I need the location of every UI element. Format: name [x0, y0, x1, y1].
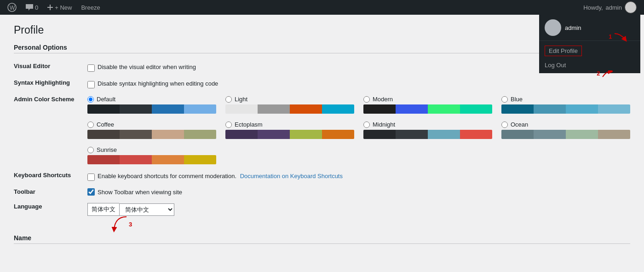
keyboard-shortcuts-doc-link[interactable]: Documentation on Keyboard Shortcuts: [240, 173, 343, 179]
section-heading: Personal Options: [14, 44, 630, 53]
color-scheme-grid: DefaultLightModernBlueCoffeeEctoplasmMid…: [87, 96, 630, 164]
toolbar-checkbox[interactable]: [87, 188, 95, 196]
syntax-highlighting-checkbox-label[interactable]: Disable syntax highlighting when editing…: [98, 80, 218, 87]
keyboard-shortcuts-checkbox[interactable]: [87, 174, 95, 181]
name-row: Name: [14, 220, 630, 253]
wp-logo[interactable]: W: [4, 0, 20, 15]
breeze-menu[interactable]: Breeze: [77, 0, 104, 15]
color-scheme-name-blue: Blue: [511, 96, 523, 103]
color-scheme-modern[interactable]: Modern: [363, 96, 492, 114]
color-scheme-radio-modern[interactable]: [363, 96, 370, 103]
syntax-highlighting-value: Disable syntax highlighting when editing…: [87, 75, 630, 92]
color-scheme-ocean[interactable]: Ocean: [501, 121, 630, 139]
color-scheme-name-ectoplasm: Ectoplasm: [235, 121, 263, 128]
toolbar-checkbox-wrapper: Show Toolbar when viewing site: [87, 188, 630, 196]
edit-profile-link[interactable]: Edit Profile: [545, 46, 582, 56]
avatar: [625, 1, 637, 13]
keyboard-shortcuts-label: Keyboard Shortcuts: [14, 168, 87, 185]
annotation-1: 1: [609, 33, 627, 42]
annotation-2: 2: [597, 70, 613, 78]
color-swatch-light: [225, 104, 354, 114]
comment-count[interactable]: 0: [22, 0, 42, 15]
username-label: admin: [606, 4, 622, 11]
svg-text:W: W: [10, 5, 15, 11]
color-swatch-sunrise: [87, 155, 216, 164]
page-title: Profile: [14, 24, 630, 36]
color-scheme-blue[interactable]: Blue: [501, 96, 630, 114]
keyboard-shortcuts-row: Keyboard Shortcuts Enable keyboard short…: [14, 168, 630, 185]
color-scheme-name-default: Default: [97, 96, 115, 103]
settings-table: Visual Editor Disable the visual editor …: [14, 59, 630, 253]
language-current-value: 简体中文: [87, 203, 119, 216]
language-label: Language: [14, 199, 87, 220]
color-swatch-default: [87, 104, 216, 114]
syntax-highlighting-checkbox-wrapper: Disable syntax highlighting when editing…: [87, 80, 630, 88]
color-scheme-name-ocean: Ocean: [511, 121, 528, 128]
color-scheme-ectoplasm[interactable]: Ectoplasm: [225, 121, 354, 139]
toolbar-row: Toolbar Show Toolbar when viewing site: [14, 185, 630, 199]
color-scheme-radio-sunrise[interactable]: [87, 147, 94, 153]
user-dropdown: admin Edit Profile 1: [539, 15, 640, 73]
annotation-3: 3: [110, 216, 132, 232]
color-swatch-coffee: [87, 130, 216, 139]
dropdown-links: Edit Profile 1 Log Out: [539, 41, 640, 73]
dropdown-username-text: admin: [565, 24, 581, 31]
adminbar-right: Howdy, admin admin Edit Profile: [580, 0, 640, 15]
color-scheme-name-coffee: Coffee: [97, 121, 114, 128]
adminbar-left: W 0 + New Breeze: [4, 0, 104, 15]
color-swatch-ocean: [501, 130, 630, 139]
color-scheme-name-sunrise: Sunrise: [97, 146, 117, 153]
new-button[interactable]: + New: [44, 0, 75, 15]
howdy-button[interactable]: Howdy, admin: [580, 0, 640, 15]
toolbar-label: Toolbar: [14, 185, 87, 199]
admin-bar: W 0 + New Breeze Howdy, admin: [0, 0, 644, 15]
keyboard-shortcuts-checkbox-label: Enable keyboard shortcuts for comment mo…: [98, 173, 343, 179]
color-scheme-default[interactable]: Default: [87, 96, 216, 114]
color-scheme-name-modern: Modern: [373, 96, 393, 103]
syntax-highlighting-checkbox[interactable]: [87, 81, 95, 88]
language-select-container: 简体中文 简体中文 English: [87, 203, 174, 216]
color-scheme-midnight[interactable]: Midnight: [363, 121, 492, 139]
color-scheme-radio-coffee[interactable]: [87, 122, 94, 128]
color-scheme-radio-ectoplasm[interactable]: [225, 122, 232, 128]
color-swatch-ectoplasm: [225, 130, 354, 139]
color-scheme-name-light: Light: [235, 96, 247, 103]
color-swatch-blue: [501, 104, 630, 114]
color-scheme-coffee[interactable]: Coffee: [87, 121, 216, 139]
color-scheme-radio-blue[interactable]: [501, 96, 508, 103]
color-scheme-radio-default[interactable]: [87, 96, 94, 103]
toolbar-checkbox-label[interactable]: Show Toolbar when viewing site: [98, 189, 182, 196]
visual-editor-label: Visual Editor: [14, 59, 87, 75]
color-scheme-radio-ocean[interactable]: [501, 122, 508, 128]
language-row: Language 简体中文 简体中文 English: [14, 199, 630, 220]
toolbar-value: Show Toolbar when viewing site: [87, 185, 630, 199]
visual-editor-row: Visual Editor Disable the visual editor …: [14, 59, 630, 75]
name-section-title: Name: [14, 234, 630, 244]
color-scheme-light[interactable]: Light: [225, 96, 354, 114]
keyboard-shortcuts-value: Enable keyboard shortcuts for comment mo…: [87, 168, 630, 185]
visual-editor-checkbox[interactable]: [87, 64, 95, 72]
language-select[interactable]: 简体中文 English: [119, 203, 174, 216]
color-swatch-modern: [363, 104, 492, 114]
language-value: 简体中文 简体中文 English: [87, 199, 630, 220]
color-scheme-name-midnight: Midnight: [373, 121, 395, 128]
color-scheme-sunrise[interactable]: Sunrise: [87, 146, 216, 164]
color-scheme-radio-midnight[interactable]: [363, 122, 370, 128]
admin-color-scheme-row: Admin Color Scheme DefaultLightModernBlu…: [14, 92, 630, 168]
syntax-highlighting-label: Syntax Highlighting: [14, 75, 87, 92]
admin-color-scheme-label: Admin Color Scheme: [14, 92, 87, 168]
syntax-highlighting-row: Syntax Highlighting Disable syntax highl…: [14, 75, 630, 92]
keyboard-shortcuts-checkbox-wrapper: Enable keyboard shortcuts for comment mo…: [87, 173, 630, 181]
log-out-link[interactable]: Log Out: [539, 59, 640, 71]
color-swatch-midnight: [363, 130, 492, 139]
color-scheme-radio-light[interactable]: [225, 96, 232, 103]
language-select-wrapper: 简体中文 简体中文 English: [87, 203, 174, 216]
visual-editor-checkbox-label[interactable]: Disable the visual editor when writing: [98, 64, 196, 70]
dropdown-avatar: [545, 19, 561, 36]
admin-color-scheme-value: DefaultLightModernBlueCoffeeEctoplasmMid…: [87, 92, 630, 168]
